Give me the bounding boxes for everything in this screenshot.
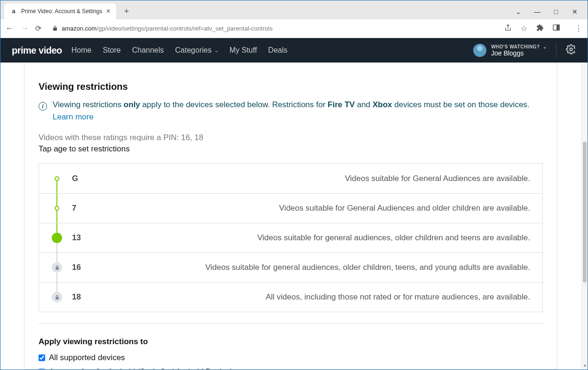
url-path: /gp/video/settings/parental-controls/ref… — [96, 25, 272, 32]
divider — [39, 323, 543, 324]
svg-rect-5 — [56, 268, 58, 270]
back-button[interactable]: ← — [5, 24, 14, 33]
new-tab-button[interactable]: + — [120, 5, 133, 18]
browser-titlebar: a Prime Video: Account & Settings × + ⌄ … — [0, 0, 588, 19]
section-title: Viewing restrictions — [39, 81, 543, 92]
address-bar[interactable]: amazon.com/gp/video/settings/parental-co… — [46, 22, 499, 36]
age-label: 13 — [72, 233, 91, 243]
browser-toolbar: ← → ⟳ amazon.com/gp/video/settings/paren… — [0, 19, 588, 38]
primevideo-nav: Home Store Channels Categories⌄ My Stuff… — [72, 46, 287, 55]
nav-store[interactable]: Store — [103, 46, 120, 55]
tap-note: Tap age to set restrictions — [39, 144, 543, 154]
menu-icon[interactable]: ⋮ — [574, 24, 583, 33]
extensions-icon[interactable] — [536, 24, 544, 33]
primevideo-logo[interactable]: prime video — [12, 45, 62, 56]
forward-button: → — [20, 24, 29, 33]
device-checkbox-all[interactable]: All supported devices — [39, 353, 543, 362]
nav-categories[interactable]: Categories⌄ — [175, 46, 218, 55]
age-restriction-table: G Videos suitable for General Audiences … — [39, 163, 543, 312]
age-row-g[interactable]: G Videos suitable for General Audiences … — [39, 164, 542, 193]
lock-circle-icon — [52, 262, 62, 273]
age-row-18[interactable]: 18 All videos, including those not rated… — [39, 282, 542, 312]
info-text: Viewing restrictions only apply to the d… — [53, 100, 530, 109]
age-description: Videos suitable for General Audiences an… — [279, 204, 530, 213]
svg-point-4 — [570, 48, 572, 51]
checkbox-input[interactable] — [39, 369, 45, 370]
info-banner: i Viewing restrictions only apply to the… — [39, 99, 543, 123]
divider — [556, 43, 556, 58]
age-label: G — [72, 174, 91, 183]
chevron-down-icon: ⌄ — [543, 44, 547, 49]
profile-menu[interactable]: WHO'S WATCHING?⌄ Joe Bloggs — [473, 44, 547, 57]
age-description: Videos suitable for general audiences, o… — [257, 233, 530, 243]
info-icon: i — [39, 102, 47, 110]
age-row-16[interactable]: 16 Videos suitable for general audiences… — [39, 252, 542, 282]
panel-icon[interactable] — [552, 24, 560, 33]
age-description: Videos suitable for general audiences, o… — [205, 263, 530, 272]
learn-more-link[interactable]: Learn more — [53, 112, 94, 121]
primevideo-header: prime video Home Store Channels Categori… — [0, 38, 588, 63]
minimize-icon[interactable]: ― — [529, 8, 545, 16]
nav-mystuff[interactable]: My Stuff — [230, 46, 257, 55]
svg-rect-0 — [54, 28, 57, 30]
age-description: All videos, including those not rated or… — [266, 292, 530, 302]
amazon-favicon-icon: a — [10, 8, 17, 15]
age-description: Videos suitable for General Audiences ar… — [345, 174, 530, 183]
age-row-7[interactable]: 7 Videos suitable for General Audiences … — [39, 193, 542, 223]
chevron-down-icon[interactable]: ⌄ — [510, 8, 526, 16]
gear-icon[interactable] — [566, 44, 576, 56]
share-icon[interactable] — [504, 24, 512, 33]
nav-home[interactable]: Home — [72, 46, 92, 55]
open-circle-icon — [55, 206, 59, 211]
svg-rect-6 — [56, 297, 58, 299]
avatar-icon — [473, 44, 486, 57]
apply-title: Apply viewing restrictions to — [39, 337, 543, 346]
tab-title: Prime Video: Account & Settings — [21, 8, 103, 15]
scroll-down-arrow-icon[interactable]: ▾ — [581, 363, 588, 370]
svg-rect-3 — [556, 25, 559, 30]
pin-note: Videos with these ratings require a PIN:… — [39, 133, 543, 142]
age-label: 7 — [72, 204, 91, 213]
lock-icon — [52, 25, 58, 32]
age-label: 18 — [72, 292, 91, 302]
lock-circle-icon — [52, 292, 62, 302]
maximize-icon[interactable]: □ — [548, 8, 564, 16]
close-window-icon[interactable]: ✕ — [567, 8, 583, 16]
browser-tab[interactable]: a Prime Video: Account & Settings × — [4, 3, 116, 19]
profile-username: Joe Bloggs — [491, 49, 547, 57]
age-label: 16 — [72, 263, 91, 272]
nav-deals[interactable]: Deals — [268, 46, 287, 55]
scrollbar[interactable]: ▾ — [581, 63, 588, 370]
age-row-13[interactable]: 13 Videos suitable for general audiences… — [39, 223, 542, 252]
close-icon[interactable]: × — [106, 8, 111, 15]
url-domain: amazon.com — [62, 25, 96, 32]
open-circle-icon — [55, 176, 59, 181]
who-watching-label: WHO'S WATCHING? — [491, 44, 540, 49]
bookmark-star-icon[interactable]: ☆ — [520, 24, 528, 33]
scrollbar-thumb[interactable] — [583, 142, 587, 283]
chevron-down-icon: ⌄ — [215, 48, 218, 53]
checkbox-input[interactable] — [39, 354, 45, 361]
reload-button[interactable]: ⟳ — [35, 24, 41, 33]
device-label: Amazon App for Android (Joe's 2nd Androi… — [49, 367, 233, 370]
device-checkbox-android[interactable]: Amazon App for Android (Joe's 2nd Androi… — [39, 367, 543, 370]
nav-channels[interactable]: Channels — [132, 46, 164, 55]
device-label: All supported devices — [49, 353, 125, 362]
settings-panel: Viewing restrictions i Viewing restricti… — [24, 63, 557, 370]
selected-circle-icon — [52, 233, 62, 243]
